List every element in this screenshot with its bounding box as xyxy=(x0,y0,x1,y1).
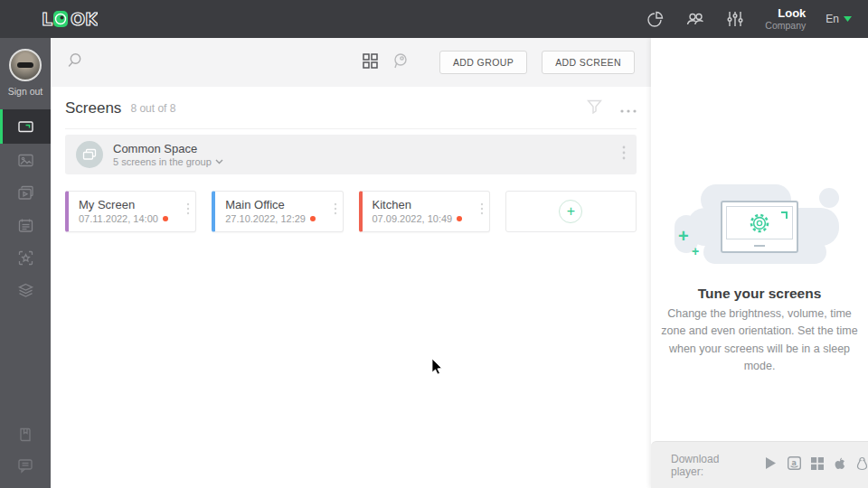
account-info[interactable]: Look Company xyxy=(765,7,806,32)
plus-icon: + xyxy=(559,200,582,223)
layers-icon xyxy=(16,281,35,300)
filter-icon[interactable] xyxy=(587,99,602,117)
screens-icon xyxy=(16,117,35,136)
sidebar-footer xyxy=(0,419,51,481)
status-dot xyxy=(310,216,316,221)
download-player-bar: Download player: a xyxy=(651,441,868,488)
status-dot xyxy=(457,216,462,221)
screen-last-seen: 27.10.2022, 12:29 xyxy=(225,213,306,224)
screen-card[interactable]: My Screen 07.11.2022, 14:00 xyxy=(65,191,196,232)
sidebar-item-images[interactable] xyxy=(0,144,51,176)
status-dot xyxy=(163,216,168,221)
add-group-button[interactable]: ADD GROUP xyxy=(439,51,527,74)
screen-card[interactable]: Main Office 27.10.2022, 12:29 xyxy=(212,191,343,232)
svg-text:K: K xyxy=(85,9,98,29)
screen-last-seen: 07.11.2022, 14:00 xyxy=(79,213,158,224)
videos-icon xyxy=(16,183,35,202)
card-kebab-icon[interactable] xyxy=(480,202,484,219)
svg-text:a: a xyxy=(792,459,797,467)
download-player-label: Download player: xyxy=(671,453,753,478)
help-panel: + + Tune your screens Change the brightn… xyxy=(651,38,868,488)
sidebar-nav xyxy=(0,109,51,306)
screen-name: Main Office xyxy=(225,198,335,211)
screen-corner-accent xyxy=(781,211,788,219)
tune-screens-illustration: + + xyxy=(651,164,868,300)
users-icon[interactable] xyxy=(685,9,705,29)
statistics-pie-icon[interactable] xyxy=(646,9,665,29)
help-panel-body: Change the brightness, volume, time zone… xyxy=(658,305,861,376)
plus-decoration: + xyxy=(692,244,699,258)
group-kebab-icon[interactable] xyxy=(622,145,626,164)
look-logo[interactable]: L O K xyxy=(42,7,98,31)
account-name: Look xyxy=(765,7,806,21)
screen-name: Kitchen xyxy=(373,198,482,211)
main-area: ADD GROUP ADD SCREEN Screens 8 out of 8 xyxy=(51,38,651,488)
help-panel-title: Tune your screens xyxy=(651,286,868,302)
card-kebab-icon[interactable] xyxy=(186,202,190,219)
screens-content: Screens 8 out of 8 xyxy=(51,87,651,232)
sidebar: Sign out xyxy=(0,38,51,488)
screen-last-seen: 07.09.2022, 10:49 xyxy=(373,213,453,224)
account-type: Company xyxy=(765,20,806,31)
group-subtitle: 5 screens in the group xyxy=(113,156,212,167)
add-screen-button[interactable]: ADD SCREEN xyxy=(542,51,635,74)
caret-down-icon xyxy=(844,16,852,22)
sidebar-item-playlists[interactable] xyxy=(0,209,51,241)
screen-card[interactable]: Kitchen 07.09.2022, 10:49 xyxy=(359,191,490,232)
add-screen-card[interactable]: + xyxy=(505,191,637,232)
sidebar-item-widgets[interactable] xyxy=(0,241,51,274)
group-avatar xyxy=(76,141,103,168)
screens-count: 8 out of 8 xyxy=(130,102,175,115)
group-name: Common Space xyxy=(113,142,223,155)
monitor-stand xyxy=(754,245,765,247)
gear-icon xyxy=(748,211,771,235)
sidebar-item-layers[interactable] xyxy=(0,274,51,306)
page-title: Screens xyxy=(65,99,121,117)
card-kebab-icon[interactable] xyxy=(334,202,337,219)
mouse-cursor xyxy=(431,358,444,376)
book-icon xyxy=(16,426,34,444)
screens-header: Screens 8 out of 8 xyxy=(65,99,637,129)
widgets-star-icon xyxy=(16,249,35,267)
sidebar-item-screens[interactable] xyxy=(0,109,51,144)
chat-icon xyxy=(16,456,34,474)
sign-out-label[interactable]: Sign out xyxy=(8,86,43,97)
toolbar: ADD GROUP ADD SCREEN xyxy=(51,38,651,87)
group-screens-icon xyxy=(82,147,97,162)
svg-text:O: O xyxy=(71,9,85,29)
chevron-down-icon[interactable] xyxy=(215,159,223,164)
screen-group-row[interactable]: Common Space 5 screens in the group xyxy=(65,135,637,174)
monitor-illustration xyxy=(721,201,798,253)
language-value: En xyxy=(826,13,839,25)
more-options-icon[interactable] xyxy=(620,100,637,117)
google-play-icon[interactable] xyxy=(765,456,778,474)
images-icon xyxy=(16,151,35,170)
settings-sliders-icon[interactable] xyxy=(725,9,745,29)
linux-icon[interactable] xyxy=(856,456,868,474)
topbar: L O K xyxy=(0,0,868,38)
screen-cards: My Screen 07.11.2022, 14:00 Main Office … xyxy=(65,191,637,232)
sidebar-item-videos[interactable] xyxy=(0,176,51,209)
user-avatar-block[interactable]: Sign out xyxy=(8,49,43,97)
plus-decoration: + xyxy=(678,226,689,247)
sidebar-item-feedback[interactable] xyxy=(0,450,51,481)
windows-icon[interactable] xyxy=(811,457,824,474)
amazon-icon[interactable]: a xyxy=(788,456,801,474)
svg-text:L: L xyxy=(42,9,52,29)
avatar[interactable] xyxy=(9,49,42,81)
apple-icon[interactable] xyxy=(834,456,846,474)
grid-view-icon[interactable] xyxy=(363,53,378,72)
map-view-icon[interactable] xyxy=(392,52,409,73)
search-icon[interactable] xyxy=(67,52,85,73)
language-selector[interactable]: En xyxy=(826,13,852,25)
sunglasses-decoration xyxy=(17,62,33,68)
playlists-icon xyxy=(16,216,35,235)
screen-name: My Screen xyxy=(79,198,188,211)
sidebar-item-docs[interactable] xyxy=(0,419,51,450)
